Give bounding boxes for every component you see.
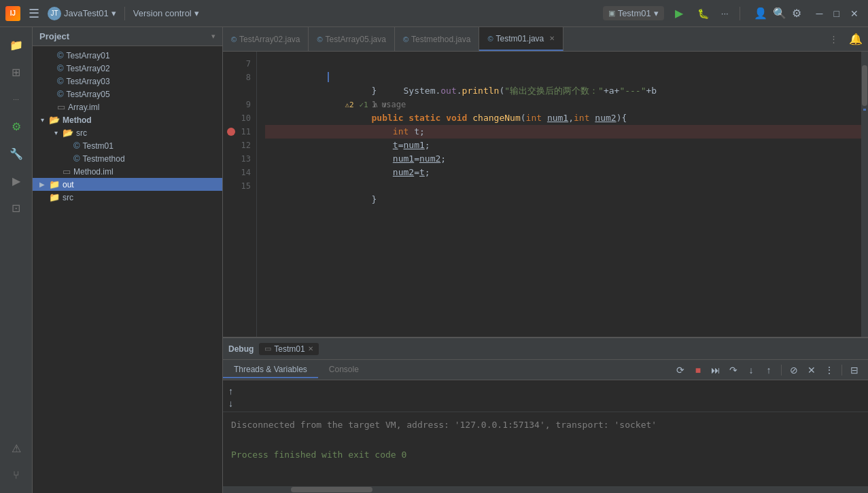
project-header-title: Project [39,31,207,41]
collab-button[interactable]: 👤 [754,7,767,20]
sidebar-icon-tools[interactable]: 🔧 [4,141,29,166]
run-configuration[interactable]: ▣ Testm01 ▾ [603,6,664,20]
tree-item-testarray01[interactable]: © TestArray01 [33,49,222,62]
tab-icon: © [317,35,322,43]
sidebar-icon-folder[interactable]: 📁 [4,33,29,57]
tree-item-src[interactable]: ▾ 📂 src [33,126,222,139]
tab-testarray05[interactable]: © TestArray05.java [309,27,394,51]
run-button[interactable]: ▶ [670,4,689,23]
tab-testmethod[interactable]: © Testmethod.java [395,27,480,51]
debug-section-threads[interactable]: Threads & Variables [223,362,318,378]
tab-testarray02[interactable]: © TestArray02.java [223,27,309,51]
tree-item-label: out [63,180,74,189]
editor-scrollbar[interactable] [861,52,868,337]
horizontal-scrollbar[interactable] [223,486,868,493]
maximize-button[interactable]: □ [830,7,844,20]
debug-panel: Debug ▭ Testm01 ✕ Threads & Variables Co… [223,337,868,493]
more-debug-button[interactable]: ⋮ [821,362,837,378]
debug-file-tab[interactable]: ▭ Testm01 ✕ [259,343,318,355]
iml-file-icon: ▭ [63,166,71,177]
step-into-button[interactable]: ↓ [743,362,759,378]
code-content[interactable]: System.out.println("输出交换后的两个数："+a+"---"+… [257,52,861,337]
layout-button[interactable]: ⊟ [846,362,863,378]
toggle-icon: ▾ [38,116,46,124]
project-header-chevron[interactable]: ▾ [211,32,215,41]
project-name: JavaTest01 [64,8,109,18]
step-over-button[interactable]: ↷ [725,362,742,378]
divider-1 [124,7,125,20]
mute-button[interactable]: ⊘ [786,362,802,378]
main-layout: 📁 ⊞ ··· ⚙ 🔧 ▶ ⊡ ⚠ ⑂ Project ▾ © TestArra… [0,27,868,493]
tree-item-label: Method.iml [73,167,114,177]
project-selector[interactable]: JT JavaTest01 ▾ [48,7,116,20]
console-output[interactable]: Disconnected from the target VM, address… [223,412,868,486]
tree-item-method-iml[interactable]: ▭ Method.iml [33,165,222,178]
tree-item-testarray03[interactable]: © TestArray03 [33,75,222,88]
tab-bar: © TestArray02.java © TestArray05.java © … [223,27,868,52]
vc-label: Version control [133,8,192,18]
sidebar-icon-more[interactable]: ··· [4,87,29,111]
tree-item-method[interactable]: ▾ 📂 Method [33,113,222,126]
line-numbers: 7 8 · 9 10 11 12 13 14 15 [223,52,257,337]
sidebar-icon-run-debug[interactable]: ⚙ [4,114,29,139]
tree-item-testmethod[interactable]: © Testmethod [33,152,222,165]
project-panel: Project ▾ © TestArray01 © TestArray02 [33,27,223,493]
tab-label: Testm01.java [496,34,544,43]
tab-more-button[interactable]: ⋮ [824,34,844,44]
window-controls: ─ □ ✕ [812,7,863,20]
tree-item-testm01[interactable]: © Testm01 [33,139,222,152]
editor-area: © TestArray02.java © TestArray05.java © … [223,27,868,493]
search-button[interactable]: 🔍 [773,7,786,20]
project-tree: © TestArray01 © TestArray02 © TestArray0… [33,46,222,493]
sidebar-icon-vcs[interactable]: ⑂ [4,463,29,488]
run-more-button[interactable]: ··· [718,7,731,20]
tab-icon: © [487,35,493,43]
step-out-button[interactable]: ↑ [761,362,777,378]
tree-item-label: Method [63,115,92,125]
tab-label: Testmethod.java [411,35,470,44]
line-num-11: 11 [223,125,256,139]
minimize-button[interactable]: ─ [812,7,827,20]
debug-tab-label[interactable]: Debug [228,344,254,354]
toggle-icon: ▶ [38,181,46,188]
debug-file-close[interactable]: ✕ [308,345,313,352]
tree-item-label: TestArray03 [67,77,110,86]
stop-button[interactable]: ■ [690,362,706,378]
sidebar-icon-problems[interactable]: ⚠ [4,436,29,460]
sidebar-icon-plugins[interactable]: ▶ [4,168,29,193]
tree-item-out[interactable]: ▶ 📁 out [33,178,222,191]
console-line-blank [231,433,860,448]
tree-item-label: TestArray05 [67,90,110,99]
close-button[interactable]: ✕ [846,7,863,20]
tree-item-label: Testm01 [83,141,114,151]
tab-testm01[interactable]: © Testm01.java ✕ [479,27,563,51]
code-editor[interactable]: 7 8 · 9 10 11 12 13 14 15 [223,52,868,337]
sidebar-icon-terminal[interactable]: ⊡ [4,196,29,220]
rerun-button[interactable]: ⟳ [672,362,689,378]
java-file-icon: © [57,89,64,99]
resume-button[interactable]: ⏭ [708,362,724,378]
toggle-icon: ▾ [52,129,60,136]
scroll-marker [863,109,866,111]
folder-icon: 📂 [63,128,73,138]
version-control-selector[interactable]: Version control ▾ [133,8,199,18]
tree-item-testarray05[interactable]: © TestArray05 [33,88,222,101]
code-line-7: System.out.println("输出交换后的两个数："+a+"---"+… [265,57,861,71]
scroll-up-button[interactable]: ↑ [228,386,233,397]
sidebar-icon-extensions[interactable]: ⊞ [4,60,29,84]
clear-button[interactable]: ✕ [803,362,820,378]
notification-bell[interactable]: 🔔 [844,33,868,45]
tree-item-src2[interactable]: ▶ 📁 src [33,191,222,204]
tree-item-array-iml[interactable]: ▭ Array.iml [33,101,222,113]
toolbar-separator-2 [841,365,842,376]
tree-item-label: src [76,128,87,138]
folder-icon: 📂 [49,115,60,125]
hamburger-menu[interactable]: ☰ [26,5,42,22]
debug-button[interactable]: 🐛 [694,4,713,23]
debug-section-console[interactable]: Console [318,362,370,378]
breakpoint-indicator [227,128,235,136]
tree-item-testarray02[interactable]: © TestArray02 [33,62,222,75]
tab-close-icon[interactable]: ✕ [549,35,555,42]
settings-button[interactable]: ⚙ [792,7,801,20]
scroll-down-button[interactable]: ↓ [228,398,233,409]
